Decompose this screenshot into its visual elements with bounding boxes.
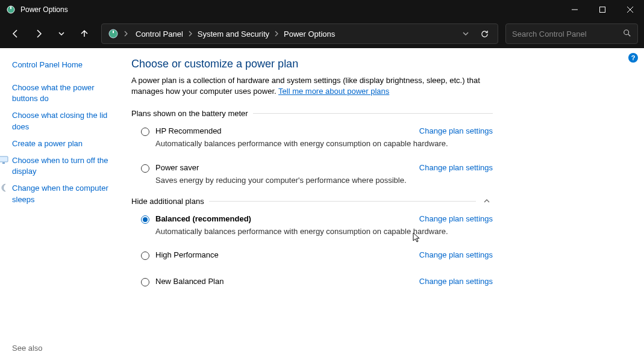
plan-description: Automatically balances performance with … xyxy=(155,138,493,149)
window-title: Power Options xyxy=(20,5,561,14)
change-plan-settings-link[interactable]: Change plan settings xyxy=(419,214,493,223)
titlebar: Power Options xyxy=(0,0,644,19)
tell-me-more-link[interactable]: Tell me more about power plans xyxy=(278,87,389,96)
close-button[interactable] xyxy=(616,0,644,19)
see-also-section: See also Windows Mobility Center User Ac… xyxy=(12,344,119,352)
plan-radio[interactable] xyxy=(141,128,149,136)
collapse-button[interactable] xyxy=(481,197,493,205)
chevron-right-icon xyxy=(188,31,193,37)
svg-rect-2 xyxy=(600,7,605,13)
sidebar-link-label: Change when the computer sleeps xyxy=(12,183,119,205)
breadcrumb-item[interactable]: System and Security xyxy=(195,28,272,40)
breadcrumb: Control Panel System and Security Power … xyxy=(133,28,454,40)
plan-name[interactable]: Power saver xyxy=(155,163,413,172)
back-button[interactable] xyxy=(6,24,25,43)
plan-row-new-balanced: New Balanced Plan Change plan settings xyxy=(131,274,493,289)
change-plan-settings-link[interactable]: Change plan settings xyxy=(419,163,493,172)
svg-rect-1 xyxy=(10,7,11,9)
svg-rect-6 xyxy=(0,156,8,162)
change-plan-settings-link[interactable]: Change plan settings xyxy=(419,126,493,135)
address-icon xyxy=(108,28,119,39)
svg-rect-4 xyxy=(113,31,114,33)
plan-name[interactable]: New Balanced Plan xyxy=(155,277,413,286)
main-panel: Choose or customize a power plan A power… xyxy=(127,48,644,352)
forward-button[interactable] xyxy=(29,24,48,43)
address-dropdown-button[interactable] xyxy=(459,30,472,37)
additional-section-header[interactable]: Hide additional plans xyxy=(131,197,493,206)
plan-description: Automatically balances performance with … xyxy=(155,226,493,237)
search-field[interactable] xyxy=(505,23,638,44)
sidebar-link-label: Choose what closing the lid does xyxy=(12,110,119,132)
svg-rect-7 xyxy=(2,162,5,164)
sidebar-link-display-off[interactable]: Choose when to turn off the display xyxy=(0,155,119,177)
chevron-right-icon xyxy=(274,31,279,37)
plan-name[interactable]: Balanced (recommended) xyxy=(155,214,413,223)
plan-radio[interactable] xyxy=(141,215,149,224)
change-plan-settings-link[interactable]: Change plan settings xyxy=(419,250,493,259)
plan-row-hp-recommended: HP Recommended Change plan settings xyxy=(131,124,493,138)
recent-locations-button[interactable] xyxy=(52,24,71,43)
plan-row-balanced: Balanced (recommended) Change plan setti… xyxy=(131,212,493,226)
help-button[interactable]: ? xyxy=(628,53,638,63)
search-icon[interactable] xyxy=(623,29,631,39)
page-heading: Choose or customize a power plan xyxy=(131,58,493,70)
svg-point-5 xyxy=(624,29,629,34)
change-plan-settings-link[interactable]: Change plan settings xyxy=(419,277,493,286)
sidebar-link-power-buttons[interactable]: Choose what the power buttons do xyxy=(12,82,119,104)
divider xyxy=(209,201,476,202)
plan-name[interactable]: High Performance xyxy=(155,250,413,259)
page-description: A power plan is a collection of hardware… xyxy=(131,75,493,97)
chevron-right-icon xyxy=(123,31,128,37)
battery-section-header: Plans shown on the battery meter xyxy=(131,109,493,118)
sidebar-link-sleep[interactable]: Change when the computer sleeps xyxy=(0,183,119,205)
plan-name[interactable]: HP Recommended xyxy=(155,126,413,135)
nav-toolbar: Control Panel System and Security Power … xyxy=(0,19,644,48)
breadcrumb-item[interactable]: Control Panel xyxy=(133,28,186,40)
moon-icon xyxy=(0,183,8,193)
sidebar-link-close-lid[interactable]: Choose what closing the lid does xyxy=(12,110,119,132)
app-icon xyxy=(6,5,16,14)
content-area: ? Control Panel Home Choose what the pow… xyxy=(0,48,644,352)
minimize-button[interactable] xyxy=(561,0,589,19)
sidebar-link-label: Choose when to turn off the display xyxy=(12,155,119,177)
plan-radio[interactable] xyxy=(141,164,149,173)
up-button[interactable] xyxy=(75,24,94,43)
breadcrumb-item[interactable]: Power Options xyxy=(281,28,337,40)
plan-radio[interactable] xyxy=(141,278,149,286)
sidebar-link-label: Choose what the power buttons do xyxy=(12,82,119,104)
monitor-icon xyxy=(0,155,8,165)
plan-row-power-saver: Power saver Change plan settings xyxy=(131,161,493,175)
window-frame: Power Options xyxy=(0,0,644,352)
divider xyxy=(253,113,493,114)
refresh-button[interactable] xyxy=(477,29,492,39)
control-panel-home-link[interactable]: Control Panel Home xyxy=(12,60,119,69)
maximize-button[interactable] xyxy=(589,0,616,19)
section-title: Hide additional plans xyxy=(131,197,204,206)
search-input[interactable] xyxy=(512,29,623,39)
address-bar[interactable]: Control Panel System and Security Power … xyxy=(101,23,498,44)
sidebar: Control Panel Home Choose what the power… xyxy=(0,48,127,352)
window-controls xyxy=(561,0,644,19)
sidebar-link-label: Create a power plan xyxy=(12,138,119,149)
plan-radio[interactable] xyxy=(141,252,149,260)
section-title: Plans shown on the battery meter xyxy=(131,109,248,118)
see-also-heading: See also xyxy=(12,344,119,352)
sidebar-home-label: Control Panel Home xyxy=(12,60,83,69)
plan-row-high-performance: High Performance Change plan settings xyxy=(131,248,493,262)
plan-description: Saves energy by reducing your computer's… xyxy=(155,175,493,186)
sidebar-link-create-plan[interactable]: Create a power plan xyxy=(12,138,119,149)
